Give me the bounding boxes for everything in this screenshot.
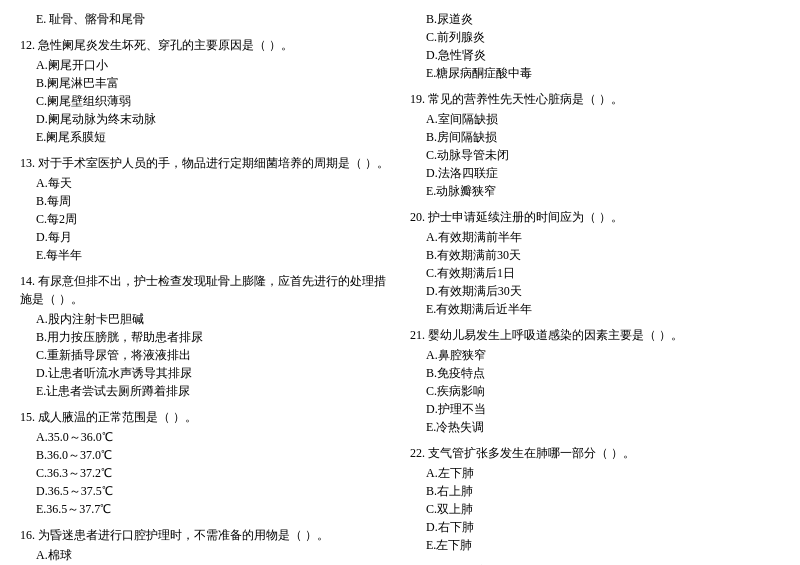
option-20-b: B.有效期满前30天 <box>426 246 780 264</box>
option-20-e: E.有效期满后近半年 <box>426 300 780 318</box>
option-19-d: D.法洛四联症 <box>426 164 780 182</box>
option-16-a: A.棉球 <box>36 546 390 564</box>
option-21-d: D.护理不当 <box>426 400 780 418</box>
option-22-c: C.双上肺 <box>426 500 780 518</box>
option-15-e: E.36.5～37.7℃ <box>36 500 390 518</box>
option-22-a: A.左下肺 <box>426 464 780 482</box>
option-13-b: B.每周 <box>36 192 390 210</box>
option-e-bone: E. 耻骨、髂骨和尾骨 <box>36 10 390 28</box>
question-21-stem: 21. 婴幼儿易发生上呼吸道感染的因素主要是（ ）。 <box>410 326 780 344</box>
right-column: B.尿道炎 C.前列腺炎 D.急性肾炎 E.糖尿病酮症酸中毒 19. 常见的营养… <box>400 10 780 565</box>
option-12-e: E.阑尾系膜短 <box>36 128 390 146</box>
question-14: 14. 有尿意但排不出，护士检查发现耻骨上膨隆，应首先进行的处理措施是（ ）。 … <box>20 272 390 400</box>
question-19: 19. 常见的营养性先天性心脏病是（ ）。 A.室间隔缺损 B.房间隔缺损 C.… <box>410 90 780 200</box>
option-14-b: B.用力按压膀胱，帮助患者排尿 <box>36 328 390 346</box>
question-15-stem: 15. 成人腋温的正常范围是（ ）。 <box>20 408 390 426</box>
question-16: 16. 为昏迷患者进行口腔护理时，不需准备的用物是（ ）。 A.棉球 B.吸水管… <box>20 526 390 565</box>
option-20-c: C.有效期满后1日 <box>426 264 780 282</box>
option-20-a: A.有效期满前半年 <box>426 228 780 246</box>
option-14-c: C.重新插导尿管，将液液排出 <box>36 346 390 364</box>
question-20: 20. 护士申请延续注册的时间应为（ ）。 A.有效期满前半年 B.有效期满前3… <box>410 208 780 318</box>
option-18-e: E.糖尿病酮症酸中毒 <box>426 64 780 82</box>
option-12-b: B.阑尾淋巴丰富 <box>36 74 390 92</box>
option-15-a: A.35.0～36.0℃ <box>36 428 390 446</box>
option-13-d: D.每月 <box>36 228 390 246</box>
page: E. 耻骨、髂骨和尾骨 12. 急性阑尾炎发生坏死、穿孔的主要原因是（ ）。 A… <box>20 10 780 565</box>
option-21-e: E.冷热失调 <box>426 418 780 436</box>
option-21-c: C.疾病影响 <box>426 382 780 400</box>
option-12-c: C.阑尾壁组织薄弱 <box>36 92 390 110</box>
option-text: 耻骨、髂骨和尾骨 <box>49 12 145 26</box>
question-e-bone: E. 耻骨、髂骨和尾骨 <box>20 10 390 28</box>
question-22-stem: 22. 支气管扩张多发生在肺哪一部分（ ）。 <box>410 444 780 462</box>
question-16-stem: 16. 为昏迷患者进行口腔护理时，不需准备的用物是（ ）。 <box>20 526 390 544</box>
option-13-c: C.每2周 <box>36 210 390 228</box>
question-14-stem: 14. 有尿意但排不出，护士检查发现耻骨上膨隆，应首先进行的处理措施是（ ）。 <box>20 272 390 308</box>
option-15-c: C.36.3～37.2℃ <box>36 464 390 482</box>
option-18-b: B.尿道炎 <box>426 10 780 28</box>
option-14-e: E.让患者尝试去厕所蹲着排尿 <box>36 382 390 400</box>
option-19-e: E.动脉瓣狭窄 <box>426 182 780 200</box>
option-18-d: D.急性肾炎 <box>426 46 780 64</box>
option-label: E. <box>36 12 46 26</box>
question-19-stem: 19. 常见的营养性先天性心脏病是（ ）。 <box>410 90 780 108</box>
left-column: E. 耻骨、髂骨和尾骨 12. 急性阑尾炎发生坏死、穿孔的主要原因是（ ）。 A… <box>20 10 400 565</box>
option-19-b: B.房间隔缺损 <box>426 128 780 146</box>
option-19-c: C.动脉导管未闭 <box>426 146 780 164</box>
option-14-a: A.股内注射卡巴胆碱 <box>36 310 390 328</box>
option-22-e: E.左下肺 <box>426 536 780 554</box>
question-13: 13. 对于手术室医护人员的手，物品进行定期细菌培养的周期是（ ）。 A.每天 … <box>20 154 390 264</box>
option-13-e: E.每半年 <box>36 246 390 264</box>
questions-container: E. 耻骨、髂骨和尾骨 12. 急性阑尾炎发生坏死、穿孔的主要原因是（ ）。 A… <box>20 10 780 565</box>
question-12: 12. 急性阑尾炎发生坏死、穿孔的主要原因是（ ）。 A.阑尾开口小 B.阑尾淋… <box>20 36 390 146</box>
option-22-d: D.右下肺 <box>426 518 780 536</box>
option-21-a: A.鼻腔狭窄 <box>426 346 780 364</box>
question-20-stem: 20. 护士申请延续注册的时间应为（ ）。 <box>410 208 780 226</box>
question-12-stem: 12. 急性阑尾炎发生坏死、穿孔的主要原因是（ ）。 <box>20 36 390 54</box>
option-13-a: A.每天 <box>36 174 390 192</box>
option-12-d: D.阑尾动脉为终末动脉 <box>36 110 390 128</box>
question-18-cont: B.尿道炎 C.前列腺炎 D.急性肾炎 E.糖尿病酮症酸中毒 <box>410 10 780 82</box>
question-21: 21. 婴幼儿易发生上呼吸道感染的因素主要是（ ）。 A.鼻腔狭窄 B.免疫特点… <box>410 326 780 436</box>
question-15: 15. 成人腋温的正常范围是（ ）。 A.35.0～36.0℃ B.36.0～3… <box>20 408 390 518</box>
option-15-b: B.36.0～37.0℃ <box>36 446 390 464</box>
option-14-d: D.让患者听流水声诱导其排尿 <box>36 364 390 382</box>
question-13-stem: 13. 对于手术室医护人员的手，物品进行定期细菌培养的周期是（ ）。 <box>20 154 390 172</box>
option-22-b: B.右上肺 <box>426 482 780 500</box>
option-20-d: D.有效期满后30天 <box>426 282 780 300</box>
question-22: 22. 支气管扩张多发生在肺哪一部分（ ）。 A.左下肺 B.右上肺 C.双上肺… <box>410 444 780 554</box>
option-19-a: A.室间隔缺损 <box>426 110 780 128</box>
option-21-b: B.免疫特点 <box>426 364 780 382</box>
option-18-c: C.前列腺炎 <box>426 28 780 46</box>
option-15-d: D.36.5～37.5℃ <box>36 482 390 500</box>
option-12-a: A.阑尾开口小 <box>36 56 390 74</box>
